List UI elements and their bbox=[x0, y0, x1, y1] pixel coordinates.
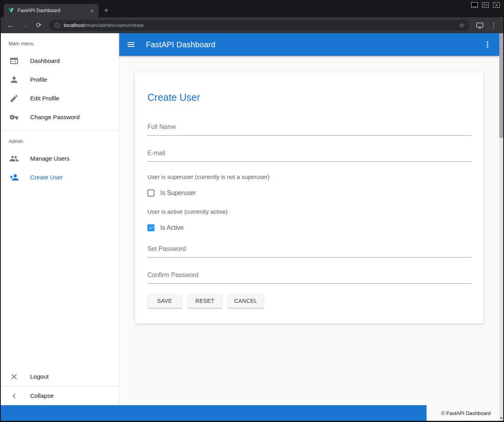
pencil-icon bbox=[9, 94, 19, 103]
cast-icon[interactable] bbox=[476, 22, 484, 29]
app-bar-title: FastAPI Dashboard bbox=[146, 40, 215, 49]
is-active-checkbox[interactable]: Is Active bbox=[147, 224, 471, 231]
save-button[interactable]: SAVE bbox=[147, 294, 182, 308]
content-area: Create User User is superuser (currently… bbox=[119, 56, 499, 405]
window-close-button[interactable] bbox=[493, 2, 500, 8]
fastapi-dashboard-favicon bbox=[8, 7, 14, 14]
browser-toolbar: ← → ⟳ ⓘ localhost/main/admin/users/creat… bbox=[1, 17, 503, 33]
sidebar-item-label: Edit Profile bbox=[30, 95, 59, 102]
tab-title: FastAPI Dashboard bbox=[18, 8, 85, 13]
sidebar-item-logout[interactable]: Logout bbox=[1, 367, 119, 386]
scrollbar-down-arrow-icon[interactable] bbox=[500, 417, 503, 419]
confirm-password-input[interactable] bbox=[147, 272, 471, 284]
url-text: localhost/main/admin/users/create bbox=[64, 22, 455, 28]
app-bar: FastAPI Dashboard bbox=[119, 33, 499, 56]
url-path: /main/admin/users/create bbox=[84, 22, 144, 28]
set-password-input[interactable] bbox=[147, 245, 471, 257]
checkbox-label: Is Superuser bbox=[160, 190, 196, 197]
tab-close-icon[interactable]: × bbox=[89, 7, 95, 14]
window-maximize-button[interactable] bbox=[482, 2, 489, 8]
sidebar-item-profile[interactable]: Profile bbox=[1, 70, 119, 89]
dashboard-icon bbox=[9, 56, 19, 66]
sidebar-item-manage-users[interactable]: Manage Users bbox=[1, 149, 119, 168]
chevron-left-icon bbox=[9, 391, 19, 401]
sidebar-section-main-menu: Main menu bbox=[1, 33, 119, 52]
reload-icon[interactable]: ⟳ bbox=[33, 22, 45, 29]
footer-copyright-area: © FastAPI Dashboard bbox=[427, 405, 499, 421]
sidebar-item-change-password[interactable]: Change Password bbox=[1, 108, 119, 127]
forward-icon[interactable]: → bbox=[19, 22, 30, 29]
sidebar-item-label: Logout bbox=[30, 373, 48, 380]
superuser-hint: User is superuser (currently is not a su… bbox=[147, 173, 471, 180]
back-icon[interactable]: ← bbox=[5, 22, 16, 29]
close-icon bbox=[9, 372, 19, 381]
sidebar-item-label: Profile bbox=[30, 76, 47, 83]
browser-tab-strip: FastAPI Dashboard × + bbox=[1, 0, 503, 17]
browser-window: FastAPI Dashboard × + ← → ⟳ ⓘ localhost/… bbox=[0, 0, 504, 422]
sidebar-item-collapse[interactable]: Collapse bbox=[1, 386, 119, 405]
new-tab-icon[interactable]: + bbox=[104, 7, 108, 14]
scrollbar-thumb[interactable] bbox=[499, 33, 503, 138]
checkbox-checked-icon bbox=[147, 224, 154, 231]
window-controls bbox=[471, 2, 500, 8]
create-user-card: Create User User is superuser (currently… bbox=[135, 72, 484, 324]
address-bar[interactable]: ⓘ localhost/main/admin/users/create ☆ bbox=[49, 20, 470, 31]
bookmark-star-icon[interactable]: ☆ bbox=[459, 22, 465, 29]
url-host: localhost bbox=[64, 22, 84, 28]
checkbox-label: Is Active bbox=[160, 224, 184, 231]
browser-tab[interactable]: FastAPI Dashboard × bbox=[4, 4, 99, 17]
sidebar-item-create-user[interactable]: Create User bbox=[1, 168, 119, 187]
page-scrollbar[interactable] bbox=[499, 33, 503, 421]
app-bar-menu-icon[interactable] bbox=[483, 40, 492, 49]
sidebar-item-label: Create User bbox=[30, 174, 63, 181]
sidebar-spacer bbox=[1, 187, 119, 367]
person-add-icon bbox=[9, 173, 19, 182]
people-icon bbox=[9, 154, 19, 163]
key-icon bbox=[9, 113, 19, 122]
sidebar-item-label: Change Password bbox=[30, 114, 80, 121]
form-actions: SAVE RESET CANCEL bbox=[147, 294, 471, 308]
sidebar-item-dashboard[interactable]: Dashboard bbox=[1, 52, 119, 70]
page-title: Create User bbox=[147, 92, 471, 103]
main-area: FastAPI Dashboard Create User User is su… bbox=[119, 33, 499, 405]
sidebar-item-label: Collapse bbox=[30, 392, 54, 399]
menu-icon[interactable] bbox=[126, 40, 136, 49]
page: Main menu Dashboard Profile bbox=[1, 33, 503, 421]
footer-copyright: © FastAPI Dashboard bbox=[441, 410, 491, 416]
cancel-button[interactable]: CANCEL bbox=[228, 294, 264, 308]
footer: © FastAPI Dashboard bbox=[1, 405, 499, 421]
site-info-icon[interactable]: ⓘ bbox=[54, 23, 60, 28]
window-minimize-button[interactable] bbox=[471, 2, 478, 8]
sidebar-item-label: Dashboard bbox=[30, 57, 60, 64]
active-hint: User is active (currently active) bbox=[147, 208, 471, 215]
reset-button[interactable]: RESET bbox=[188, 294, 222, 308]
person-icon bbox=[9, 75, 19, 84]
checkbox-unchecked-icon bbox=[147, 190, 154, 197]
footer-bar bbox=[1, 405, 427, 421]
sidebar-item-edit-profile[interactable]: Edit Profile bbox=[1, 89, 119, 108]
browser-menu-icon[interactable]: ⋮ bbox=[488, 22, 499, 29]
full-name-input[interactable] bbox=[147, 123, 471, 136]
is-superuser-checkbox[interactable]: Is Superuser bbox=[147, 190, 471, 197]
email-input[interactable] bbox=[147, 150, 471, 162]
sidebar: Main menu Dashboard Profile bbox=[1, 33, 119, 405]
sidebar-item-label: Manage Users bbox=[30, 155, 70, 162]
sidebar-section-admin: Admin bbox=[1, 131, 119, 149]
